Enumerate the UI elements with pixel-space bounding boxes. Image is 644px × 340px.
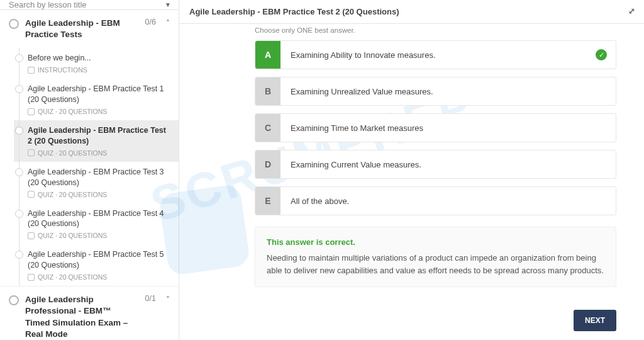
choice-text: Examining Ability to Innovate measures. — [280, 50, 616, 60]
sidebar: Search by lesson title ▼ Agile Leadershi… — [0, 0, 179, 340]
lesson-item-test-4[interactable]: Agile Leadership - EBM Practice Test 4 (… — [14, 203, 179, 245]
lesson-item-test-3[interactable]: Agile Leadership - EBM Practice Test 3 (… — [14, 162, 179, 203]
choice-letter: B — [255, 77, 280, 105]
section-count: 0/1 — [145, 294, 156, 303]
feedback-panel: This answer is correct. Needing to maint… — [255, 227, 616, 287]
question-instruction: Choose only ONE best answer. — [255, 26, 616, 34]
choice-letter: E — [255, 187, 280, 215]
search-placeholder: Search by lesson title — [9, 0, 87, 9]
choice-c[interactable]: C Examining Time to Market measures — [255, 113, 616, 142]
lesson-item-test-1[interactable]: Agile Leadership - EBM Practice Test 1 (… — [14, 79, 179, 120]
section-title: Agile Leadership Professional - EBM™ Tim… — [25, 294, 135, 340]
section-items: Before we begin... INSTRUCTIONS Agile Le… — [0, 48, 179, 286]
choice-text: Examining Current Value measures. — [280, 160, 616, 169]
choice-a[interactable]: A Examining Ability to Innovate measures… — [255, 40, 616, 69]
lesson-title: Agile Leadership - EBM Practice Test 2 (… — [28, 125, 171, 147]
lesson-meta: INSTRUCTIONS — [28, 66, 171, 74]
lesson-title: Before we begin... — [28, 53, 171, 64]
choice-letter: C — [255, 114, 280, 142]
progress-circle-icon — [9, 19, 19, 29]
lesson-meta: QUIZ · 20 QUESTIONS — [28, 273, 171, 281]
lesson-item-before-we-begin[interactable]: Before we begin... INSTRUCTIONS — [14, 48, 179, 79]
question-panel: Choose only ONE best answer. A Examining… — [179, 24, 644, 340]
section-title: Agile Leadership - EBM Practice Tests — [25, 18, 135, 40]
lesson-meta: QUIZ · 20 QUESTIONS — [28, 191, 171, 198]
lesson-status-icon — [15, 210, 23, 218]
lesson-item-test-2[interactable]: Agile Leadership - EBM Practice Test 2 (… — [14, 120, 179, 162]
lesson-title: Agile Leadership - EBM Practice Test 5 (… — [28, 249, 171, 271]
content-title: Agile Leadership - EBM Practice Test 2 (… — [189, 7, 399, 16]
lesson-meta: QUIZ · 20 QUESTIONS — [28, 232, 171, 239]
next-button[interactable]: NEXT — [574, 310, 616, 331]
choice-text: All of the above. — [280, 196, 616, 206]
lesson-meta: QUIZ · 20 QUESTIONS — [28, 108, 171, 115]
choice-text: Examining Unrealized Value measures. — [280, 87, 616, 96]
lesson-title: Agile Leadership - EBM Practice Test 3 (… — [28, 167, 171, 188]
quiz-icon — [28, 232, 35, 239]
section-header-simulation-exam[interactable]: Agile Leadership Professional - EBM™ Tim… — [0, 286, 179, 340]
feedback-title: This answer is correct. — [267, 237, 604, 247]
choice-b[interactable]: B Examining Unrealized Value measures. — [255, 77, 616, 106]
chevron-up-icon: ˄ — [166, 19, 170, 28]
check-icon: ✓ — [596, 49, 607, 60]
choice-d[interactable]: D Examining Current Value measures. — [255, 150, 616, 179]
lesson-meta: QUIZ · 20 QUESTIONS — [28, 149, 171, 157]
lesson-status-icon — [15, 168, 23, 176]
lesson-item-test-5[interactable]: Agile Leadership - EBM Practice Test 5 (… — [14, 244, 179, 286]
main-content: Agile Leadership - EBM Practice Test 2 (… — [179, 0, 644, 340]
choice-letter: A — [255, 41, 280, 69]
progress-circle-icon — [9, 295, 19, 305]
feedback-text: Needing to maintain multiple variations … — [267, 252, 604, 276]
lesson-title: Agile Leadership - EBM Practice Test 4 (… — [28, 208, 171, 230]
section-count: 0/6 — [145, 18, 156, 26]
quiz-icon — [28, 149, 35, 156]
instructions-icon — [28, 67, 35, 74]
section-header-practice-tests[interactable]: Agile Leadership - EBM Practice Tests 0/… — [0, 10, 179, 48]
expand-icon[interactable]: ⤢ — [628, 6, 635, 16]
choice-e[interactable]: E All of the above. — [255, 186, 616, 215]
chevron-down-icon: ▼ — [165, 1, 171, 8]
quiz-icon — [28, 274, 35, 281]
quiz-icon — [28, 191, 35, 198]
lesson-status-icon — [15, 127, 23, 135]
choice-text: Examining Time to Market measures — [280, 123, 616, 133]
lesson-title: Agile Leadership - EBM Practice Test 1 (… — [28, 84, 171, 105]
lesson-status-icon — [15, 85, 23, 93]
lesson-status-icon — [15, 251, 23, 259]
choice-letter: D — [255, 150, 280, 178]
chevron-down-icon: ˅ — [166, 295, 170, 304]
quiz-icon — [28, 108, 35, 115]
lesson-status-icon — [15, 54, 23, 62]
search-input[interactable]: Search by lesson title ▼ — [0, 0, 179, 10]
content-header: Agile Leadership - EBM Practice Test 2 (… — [179, 0, 644, 24]
